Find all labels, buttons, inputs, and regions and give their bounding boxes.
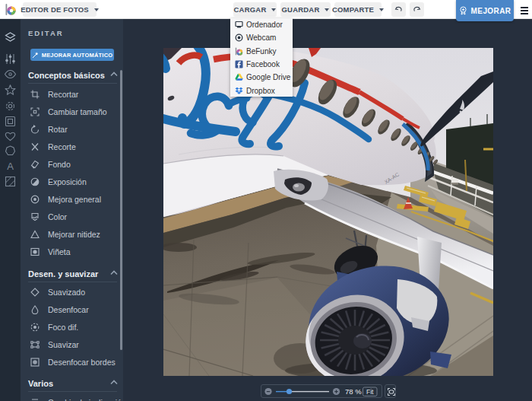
svg-text:Fit: Fit: [366, 388, 374, 396]
svg-text:78 %: 78 %: [345, 387, 362, 396]
svg-text:A: A: [7, 161, 14, 172]
